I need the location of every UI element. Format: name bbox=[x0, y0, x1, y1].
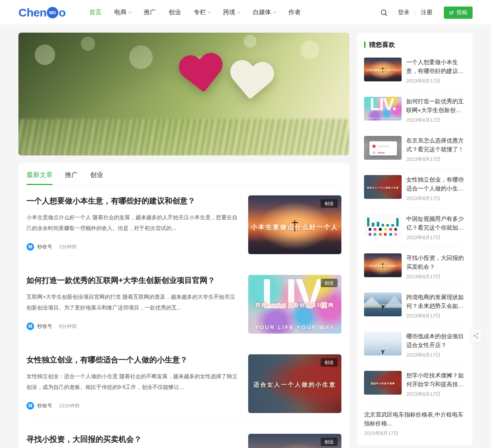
sidebar-item-title[interactable]: 如何打造一款优秀的互联网+大学生创新创业项目... bbox=[406, 97, 466, 114]
sidebar-item-title[interactable]: 哪些低成本的创业项目适合女性开店？ bbox=[406, 332, 466, 349]
article-thumbnail[interactable]: LIV. 联网+大学生创新创业项目官网 YOUR LIFE YOUR WAY 创… bbox=[248, 275, 341, 334]
text-line bbox=[377, 145, 389, 147]
sidebar-item[interactable]: LIV. YOUR LIFE YOUR WAY 如何打造一款优秀的互联网+大学生… bbox=[364, 91, 466, 130]
article-item[interactable]: 寻找小投资，大回报的买卖机会？ 小投资，大回报的买卖机会在哪里？ 随着经济的发展… bbox=[26, 423, 341, 448]
sidebar-item[interactable]: 我想学小吃技术摆摊 想学小吃技术摆摊？如何开始学习和提高技能？ 2023年8月1… bbox=[364, 365, 466, 404]
nav-label: 推广 bbox=[144, 8, 156, 17]
nav-item-startup[interactable]: 创业 bbox=[169, 8, 181, 17]
sidebar-item-date: 2023年8月17日 bbox=[406, 273, 466, 280]
radio-icon bbox=[372, 151, 376, 154]
chevron-down-icon bbox=[237, 10, 241, 13]
nav-label: 跨境 bbox=[223, 8, 236, 17]
site-header: Chen MO o 首页 电商 推广 创业 专栏 跨境 自媒体 作者 登录 ｜ bbox=[0, 0, 491, 25]
publish-time: 12分钟前 bbox=[59, 402, 79, 409]
sidebar-item-title[interactable]: 寻找小投资，大回报的买卖机会？ bbox=[406, 253, 466, 271]
sidebar-item[interactable]: 哪些低成本的创业项目适合女性开店？ 2023年8月17日 bbox=[364, 326, 466, 365]
sidebar-item[interactable]: 什么买卖投资小利润大 寻找小投资，大回报的买卖机会？ 2023年8月17日 bbox=[364, 247, 466, 286]
pencil-icon bbox=[449, 10, 454, 15]
hero-carousel[interactable] bbox=[18, 33, 349, 155]
article-title[interactable]: 一个人想要做小本生意，有哪些好的建议和创意？ bbox=[26, 195, 238, 206]
nav-item-home[interactable]: 首页 bbox=[89, 8, 102, 17]
submit-label: 投稿 bbox=[456, 9, 467, 16]
thumb-overlay-text: 适合女人一个人做的小生意 bbox=[364, 186, 402, 190]
sidebar-item-date: 2023年8月17日 bbox=[364, 430, 466, 437]
thumb-liv-text: LIV. bbox=[364, 97, 402, 113]
white-heart-image bbox=[227, 60, 274, 107]
silhouette-figure bbox=[381, 305, 385, 309]
article-item[interactable]: 女性独立创业，有哪些适合一个人做的小生意？ 女性独立创业：适合一个人做的小生意 … bbox=[26, 344, 341, 423]
sidebar-item[interactable]: 小本生意做点什么好一个人 一个人想要做小本生意，有哪些好的建议和创意？ 2023… bbox=[364, 51, 466, 91]
site-logo[interactable]: Chen MO o bbox=[18, 6, 66, 19]
article-thumbnail[interactable]: 适合女人一个人做的小生意 创业 bbox=[248, 354, 341, 413]
sidebar-item-title[interactable]: 中国短视频用户有多少亿？看完这个你就知道了！ bbox=[406, 214, 466, 232]
article-thumbnail[interactable]: 小本生意做点什么好一个人 创业 bbox=[248, 195, 341, 254]
article-tabs: 最新文章 推广 创业 bbox=[26, 163, 341, 185]
sidebar-item-title[interactable]: 北京宣武区电车指标价格表,中介租电车指标价格... bbox=[364, 410, 466, 428]
sidebar-item[interactable]: 在京东怎么选择优惠方式？看完这个就懂了！ 2023年8月17日 bbox=[364, 130, 466, 169]
app-icons-grid bbox=[368, 228, 398, 236]
sidebar-item-date: 2023年8月17日 bbox=[406, 312, 466, 319]
article-excerpt: 女性独立创业：适合一个人做的小生意 随着社会的不断发展，越来越多的女性选择了独立… bbox=[26, 371, 238, 392]
publish-time: 6分钟前 bbox=[59, 323, 77, 330]
hero-grass bbox=[18, 119, 349, 155]
nav-item-wemedia[interactable]: 自媒体 bbox=[253, 8, 276, 17]
sidebar-item[interactable]: 北京宣武区电车指标价格表,中介租电车指标价格... 2023年8月17日 bbox=[364, 404, 466, 443]
sidebar-item-title[interactable]: 想学小吃技术摆摊？如何开始学习和提高技能？ bbox=[406, 371, 466, 388]
thumb-overlay-text: 我想学小吃技术摆摊 bbox=[364, 382, 402, 385]
article-title[interactable]: 女性独立创业，有哪些适合一个人做的小生意？ bbox=[26, 354, 238, 365]
sidebar-item-title[interactable]: 在京东怎么选择优惠方式？看完这个就懂了！ bbox=[406, 136, 466, 154]
sidebar-title: 猜您喜欢 bbox=[369, 40, 395, 49]
nav-item-column[interactable]: 专栏 bbox=[194, 8, 211, 17]
nav-item-crossborder[interactable]: 跨境 bbox=[223, 8, 240, 17]
sidebar-item-date: 2023年8月17日 bbox=[406, 156, 466, 163]
jd-options-panel bbox=[369, 141, 397, 155]
radio-selected-icon bbox=[372, 145, 376, 148]
sidebar-header: 猜您喜欢 bbox=[364, 40, 466, 49]
sidebar-thumbnail: 跨境电商的发展现状及未来趋势 bbox=[364, 293, 402, 316]
article-thumbnail[interactable]: 什么买卖投资小利润大 创业 bbox=[248, 434, 341, 448]
sidebar-item[interactable]: 中国短视频用户有多少亿？看完这个你就知道了！ 2023年8月17日 bbox=[364, 208, 466, 247]
share-button[interactable] bbox=[470, 329, 482, 343]
author-name[interactable]: 秒收号 bbox=[37, 323, 52, 330]
login-link[interactable]: 登录 bbox=[398, 9, 409, 16]
nav-item-ecommerce[interactable]: 电商 bbox=[114, 8, 131, 17]
chevron-down-icon bbox=[129, 10, 132, 13]
logo-text-chen: Chen bbox=[18, 6, 46, 19]
sidebar-item-title[interactable]: 女性独立创业，有哪些适合一个人做的小生意？ bbox=[406, 175, 466, 193]
accent-bar bbox=[364, 41, 366, 48]
sidebar-thumbnail: 小本生意做点什么好一个人 bbox=[364, 58, 402, 81]
author-name[interactable]: 秒收号 bbox=[37, 402, 52, 409]
chevron-down-icon bbox=[208, 10, 211, 13]
search-icon[interactable] bbox=[380, 9, 388, 17]
author-name[interactable]: 秒收号 bbox=[37, 243, 52, 250]
sidebar-item-title[interactable]: 跨境电商的发展现状如何？未来趋势又会如何... bbox=[406, 293, 466, 310]
tab-startup[interactable]: 创业 bbox=[90, 170, 103, 185]
tab-latest[interactable]: 最新文章 bbox=[26, 170, 53, 185]
sidebar-thumbnail bbox=[364, 214, 402, 238]
submit-post-button[interactable]: 投稿 bbox=[444, 7, 473, 19]
article-title[interactable]: 寻找小投资，大回报的买卖机会？ bbox=[26, 434, 238, 445]
tab-promotion[interactable]: 推广 bbox=[65, 170, 78, 185]
author-avatar[interactable]: M bbox=[26, 243, 34, 251]
sidebar-item-date: 2023年8月17日 bbox=[406, 391, 466, 398]
register-link[interactable]: 注册 bbox=[421, 9, 432, 16]
sidebar-item-title[interactable]: 一个人想要做小本生意，有哪些好的建议和创意？ bbox=[406, 58, 466, 75]
nav-item-promotion[interactable]: 推广 bbox=[144, 8, 156, 17]
share-icon bbox=[473, 332, 479, 339]
thumb-overlay-text: 小本生意做点什么好一个人 bbox=[364, 69, 402, 72]
sidebar-item[interactable]: 适合女人一个人做的小生意 女性独立创业，有哪些适合一个人做的小生意？ 2023年… bbox=[364, 169, 466, 208]
author-avatar[interactable]: M bbox=[26, 402, 34, 410]
sidebar-item[interactable]: 跨境电商的发展现状及未来趋势 跨境电商的发展现状如何？未来趋势又会如何... 2… bbox=[364, 286, 466, 326]
nav-label: 专栏 bbox=[194, 8, 206, 17]
article-item[interactable]: 如何打造一款优秀的互联网+大学生创新创业项目官网？ 互联网+大学生创新创业项目官… bbox=[26, 265, 341, 344]
nav-item-author[interactable]: 作者 bbox=[288, 8, 301, 17]
logo-mark-icon: MO bbox=[47, 7, 58, 18]
nav-label: 电商 bbox=[114, 8, 127, 17]
author-avatar[interactable]: M bbox=[26, 322, 34, 330]
article-item[interactable]: 一个人想要做小本生意，有哪些好的建议和创意？ 小本生意做点什么好一个人 随着社会… bbox=[26, 185, 341, 265]
article-excerpt: 互联网+大学生创新创业项目官网的打造 随着互联网的普及，越来越多的大学生开始关注… bbox=[26, 291, 238, 313]
category-badge: 创业 bbox=[321, 199, 338, 208]
nav-label: 作者 bbox=[288, 8, 301, 17]
article-title[interactable]: 如何打造一款优秀的互联网+大学生创新创业项目官网？ bbox=[26, 275, 238, 286]
sidebar-item-date: 2023年8月17日 bbox=[406, 352, 466, 359]
